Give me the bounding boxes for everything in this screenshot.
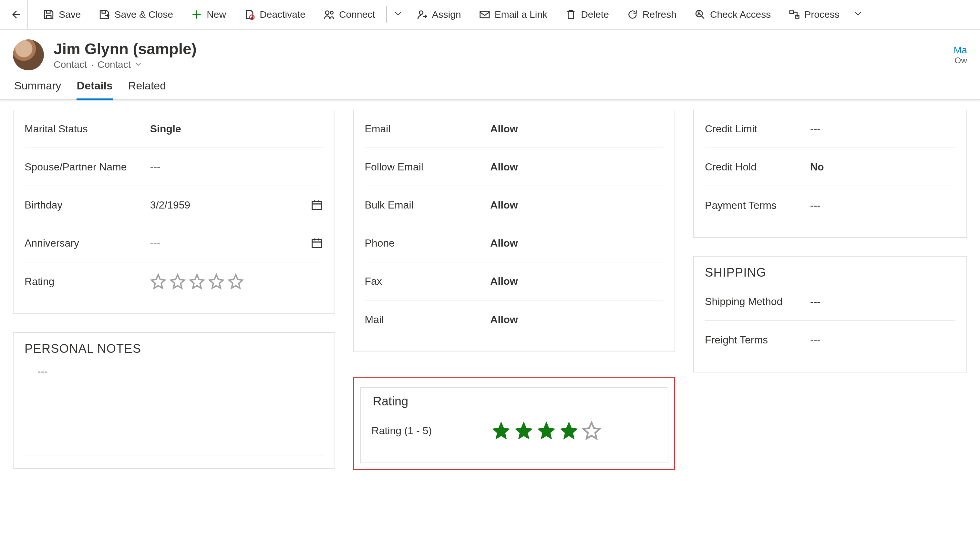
field-credit-hold[interactable]: Credit Hold No bbox=[705, 148, 955, 186]
star-outline-icon[interactable] bbox=[228, 273, 244, 290]
star-outline-icon[interactable] bbox=[208, 273, 224, 290]
save-icon bbox=[43, 9, 54, 20]
refresh-button[interactable]: Refresh bbox=[618, 5, 686, 24]
form-content: Marital Status Single Spouse/Partner Nam… bbox=[0, 100, 980, 480]
field-anniversary[interactable]: Anniversary --- bbox=[25, 224, 324, 262]
shipping-title: SHIPPING bbox=[705, 257, 955, 283]
form-label: Contact bbox=[97, 59, 131, 70]
save-close-button[interactable]: Save & Close bbox=[90, 5, 182, 24]
save-button[interactable]: Save bbox=[34, 5, 90, 24]
assign-icon bbox=[417, 9, 427, 20]
owner-link[interactable]: Ma bbox=[953, 45, 967, 55]
email-value: Allow bbox=[490, 123, 664, 135]
field-freight-terms[interactable]: Freight Terms --- bbox=[705, 321, 955, 359]
form-switcher[interactable] bbox=[135, 59, 142, 70]
follow-email-label: Follow Email bbox=[365, 161, 491, 173]
svg-point-2 bbox=[331, 11, 333, 14]
field-phone[interactable]: Phone Allow bbox=[365, 224, 664, 262]
rating-section-title: Rating bbox=[372, 388, 657, 412]
rating-stars-empty[interactable] bbox=[150, 273, 244, 290]
birthday-value: 3/2/1959 bbox=[150, 199, 190, 211]
birthday-calendar-button[interactable] bbox=[310, 198, 324, 212]
back-button[interactable] bbox=[3, 0, 28, 29]
field-marital-status[interactable]: Marital Status Single bbox=[25, 110, 324, 148]
field-shipping-method[interactable]: Shipping Method --- bbox=[705, 283, 955, 321]
email-link-button[interactable]: Email a Link bbox=[470, 5, 556, 24]
marital-status-value: Single bbox=[150, 123, 324, 135]
star-outline-icon[interactable] bbox=[150, 273, 166, 290]
process-dropdown[interactable] bbox=[848, 9, 867, 20]
assign-button[interactable]: Assign bbox=[407, 5, 470, 24]
rating-stars-filled[interactable] bbox=[491, 421, 601, 440]
spouse-value: --- bbox=[150, 161, 324, 173]
rating-highlight: Rating Rating (1 - 5) bbox=[353, 377, 676, 470]
deactivate-label: Deactivate bbox=[260, 9, 306, 20]
mail-icon bbox=[479, 9, 490, 20]
process-button[interactable]: Process bbox=[780, 5, 848, 24]
svg-point-6 bbox=[698, 12, 700, 14]
phone-label: Phone bbox=[365, 237, 491, 249]
personal-notes-value[interactable]: --- bbox=[25, 359, 324, 384]
field-birthday[interactable]: Birthday 3/2/1959 bbox=[25, 186, 324, 224]
process-label: Process bbox=[804, 9, 839, 20]
field-fax[interactable]: Fax Allow bbox=[365, 262, 664, 300]
anniversary-calendar-button[interactable] bbox=[310, 236, 324, 250]
save-label: Save bbox=[59, 9, 81, 20]
new-button[interactable]: New bbox=[182, 5, 235, 24]
field-rating[interactable]: Rating bbox=[25, 262, 324, 300]
personal-notes-card: PERSONAL NOTES --- bbox=[13, 332, 335, 469]
calendar-icon bbox=[311, 199, 323, 211]
connect-icon bbox=[324, 9, 334, 20]
connect-dropdown[interactable] bbox=[389, 9, 407, 20]
shipping-method-label: Shipping Method bbox=[705, 296, 810, 308]
field-rating-1-5[interactable]: Rating (1 - 5) bbox=[372, 412, 657, 450]
star-filled-icon[interactable] bbox=[559, 421, 579, 440]
star-outline-icon[interactable] bbox=[189, 273, 205, 290]
star-filled-icon[interactable] bbox=[491, 421, 511, 440]
deactivate-button[interactable]: Deactivate bbox=[235, 5, 314, 24]
field-email[interactable]: Email Allow bbox=[365, 110, 664, 148]
follow-email-value: Allow bbox=[490, 161, 664, 173]
connect-button[interactable]: Connect bbox=[314, 5, 384, 24]
svg-rect-9 bbox=[312, 202, 321, 210]
save-close-label: Save & Close bbox=[114, 9, 173, 20]
delete-label: Delete bbox=[581, 9, 609, 20]
tab-details[interactable]: Details bbox=[77, 73, 113, 99]
star-outline-icon[interactable] bbox=[582, 421, 601, 440]
fax-value: Allow bbox=[490, 275, 664, 287]
star-filled-icon[interactable] bbox=[514, 421, 533, 440]
payment-terms-value: --- bbox=[810, 200, 955, 212]
svg-rect-4 bbox=[480, 11, 489, 18]
svg-rect-7 bbox=[790, 11, 793, 14]
star-filled-icon[interactable] bbox=[537, 421, 556, 440]
field-credit-limit[interactable]: Credit Limit --- bbox=[705, 110, 955, 148]
bulk-email-value: Allow bbox=[490, 199, 664, 211]
field-payment-terms[interactable]: Payment Terms --- bbox=[705, 186, 955, 224]
avatar bbox=[13, 39, 44, 70]
rating-1-5-label: Rating (1 - 5) bbox=[372, 425, 491, 437]
field-mail[interactable]: Mail Allow bbox=[365, 300, 664, 338]
contact-prefs-card: Email Allow Follow Email Allow Bulk Emai… bbox=[353, 110, 676, 352]
delete-button[interactable]: Delete bbox=[556, 5, 618, 24]
record-header: Jim Glynn (sample) Contact · Contact Ma … bbox=[0, 30, 980, 73]
field-bulk-email[interactable]: Bulk Email Allow bbox=[365, 186, 664, 224]
mail-label: Mail bbox=[365, 314, 491, 326]
payment-terms-label: Payment Terms bbox=[705, 200, 810, 212]
rating-label: Rating bbox=[25, 276, 150, 288]
save-close-icon bbox=[99, 9, 110, 20]
star-outline-icon[interactable] bbox=[170, 273, 186, 290]
search-person-icon bbox=[695, 9, 706, 20]
tab-related[interactable]: Related bbox=[128, 73, 166, 99]
birthday-label: Birthday bbox=[25, 199, 150, 211]
field-spouse[interactable]: Spouse/Partner Name --- bbox=[25, 148, 324, 186]
email-link-label: Email a Link bbox=[495, 9, 547, 20]
anniversary-value: --- bbox=[150, 237, 160, 249]
assign-label: Assign bbox=[432, 9, 461, 20]
command-bar: Save Save & Close New Deactivate Connect… bbox=[0, 0, 980, 30]
tab-summary[interactable]: Summary bbox=[14, 73, 61, 99]
check-access-button[interactable]: Check Access bbox=[686, 5, 780, 24]
command-separator bbox=[386, 7, 387, 23]
entity-label: Contact bbox=[53, 59, 87, 70]
field-follow-email[interactable]: Follow Email Allow bbox=[365, 148, 664, 186]
billing-card: Credit Limit --- Credit Hold No Payment … bbox=[693, 110, 967, 238]
